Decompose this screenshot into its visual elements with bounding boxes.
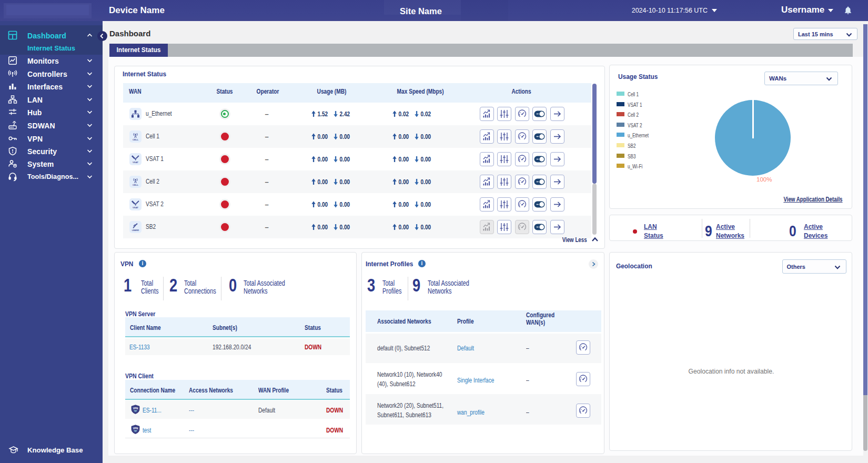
svg-text:VPN: VPN: [133, 407, 138, 410]
svg-text:VPN: VPN: [133, 427, 138, 430]
svg-text:VSAT: VSAT: [133, 161, 138, 164]
svg-text:CELL: CELL: [133, 184, 138, 186]
svg-text:LBAND: LBAND: [132, 229, 139, 232]
svg-text:VSAT: VSAT: [133, 206, 138, 209]
svg-text:CELL: CELL: [133, 138, 138, 141]
